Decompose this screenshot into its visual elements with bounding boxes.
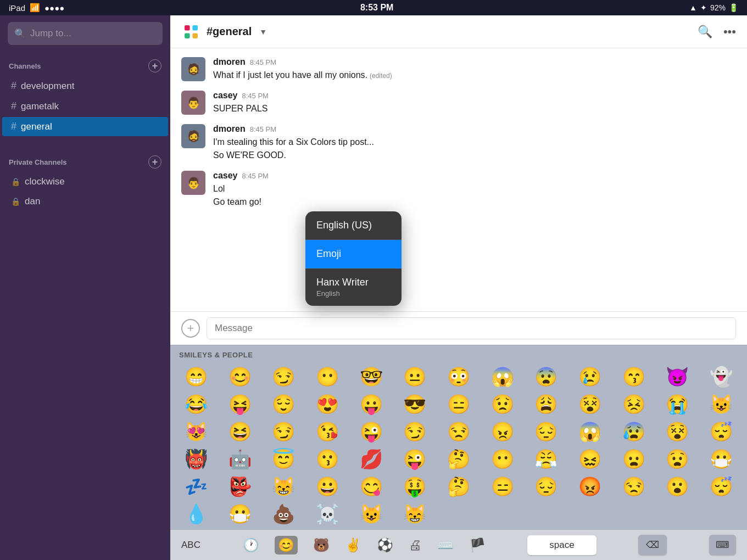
emoji-cell[interactable]: 😦 (612, 446, 655, 472)
emoji-cell[interactable]: 😐 (393, 363, 436, 390)
emoji-cell[interactable]: 😂 (175, 391, 218, 417)
emoji-cell[interactable]: 😌 (262, 391, 305, 417)
keyboard-switch-button[interactable]: ⌨ (709, 535, 736, 555)
emoji-cell[interactable]: 🤓 (350, 363, 393, 390)
sidebar-item-general[interactable]: # general (2, 117, 168, 136)
more-options-button[interactable]: ••• (723, 25, 736, 39)
emoji-cell[interactable]: 😜 (393, 446, 436, 472)
emoji-cell[interactable]: 😶 (306, 363, 349, 390)
emoji-section-label: SMILEYS & PEOPLE (170, 345, 747, 361)
emoji-cell[interactable]: 😷 (219, 501, 261, 527)
emoji-cell[interactable]: 😣 (612, 391, 655, 417)
recent-icon[interactable]: 🕐 (243, 537, 259, 553)
objects-icon[interactable]: 🖨 (409, 537, 422, 553)
emoji-cell[interactable]: 😠 (481, 418, 524, 445)
emoji-cell[interactable]: 😒 (612, 473, 655, 500)
emoji-cell[interactable]: 😇 (262, 446, 305, 472)
emoji-cell[interactable]: 😍 (306, 391, 349, 417)
emoji-cell[interactable]: 😈 (656, 363, 699, 390)
emoji-cell[interactable]: 👹 (175, 446, 218, 472)
emoji-cell[interactable]: 😋 (350, 473, 393, 500)
emoji-cell[interactable]: 😶 (481, 446, 524, 472)
emoji-cell[interactable]: ☠️ (306, 501, 349, 527)
emoji-cell[interactable]: 😢 (568, 363, 611, 390)
emoji-cell[interactable]: 😧 (656, 446, 699, 472)
emoji-cell[interactable]: 😘 (306, 418, 349, 445)
emoji-cell[interactable]: 💧 (175, 501, 218, 527)
people-icon[interactable]: ✌️ (345, 537, 361, 553)
emoji-cell[interactable]: 😤 (525, 446, 568, 472)
sports-icon[interactable]: ⚽ (377, 537, 393, 553)
channel-dropdown-arrow[interactable]: ▼ (259, 27, 267, 36)
emoji-cell[interactable]: 😔 (525, 473, 568, 500)
delete-button[interactable]: ⌫ (638, 535, 667, 555)
emoji-cell[interactable]: 😒 (437, 418, 480, 445)
emoji-cell[interactable]: 😺 (700, 391, 743, 417)
emoji-cell[interactable]: 😊 (219, 363, 261, 390)
emoji-cell[interactable]: 😗 (306, 446, 349, 472)
emoji-cell[interactable]: 💋 (350, 446, 393, 472)
abc-label[interactable]: ABC (181, 540, 200, 551)
sidebar-item-development[interactable]: # development (2, 76, 168, 96)
sidebar-item-gametalk[interactable]: # gametalk (2, 97, 168, 116)
emoji-cell[interactable]: 👻 (700, 363, 743, 390)
emoji-cell[interactable]: 😸 (262, 473, 305, 500)
emoji-cell[interactable]: 😳 (437, 363, 480, 390)
sidebar-item-dan[interactable]: 🔒 dan (2, 192, 168, 211)
emoji-cell[interactable]: 💤 (175, 473, 218, 500)
jump-to-search[interactable]: 🔍 Jump to... (8, 22, 163, 45)
sidebar-item-clockwise[interactable]: 🔒 clockwise (2, 172, 168, 191)
emoji-cell[interactable]: 😎 (393, 391, 436, 417)
emoji-cell[interactable]: 😭 (656, 391, 699, 417)
bear-icon[interactable]: 🐻 (313, 537, 330, 553)
add-channel-button[interactable]: + (148, 59, 161, 72)
emoji-cell[interactable]: 🤔 (437, 473, 480, 500)
emoji-cell[interactable]: 😛 (350, 391, 393, 417)
emoji-cell[interactable]: 😩 (525, 391, 568, 417)
emoji-cell[interactable]: 😑 (437, 391, 480, 417)
message-add-button[interactable]: + (181, 319, 200, 338)
emoji-cell[interactable]: 🤖 (219, 446, 261, 472)
emoji-cell[interactable]: 😆 (219, 418, 261, 445)
language-option-emoji[interactable]: Emoji (305, 240, 402, 268)
emoji-cell[interactable]: 😷 (700, 446, 743, 472)
flag-icon[interactable]: 🏴 (469, 537, 486, 553)
emoji-cell[interactable]: 😀 (306, 473, 349, 500)
emoji-cell[interactable]: 😱 (568, 418, 611, 445)
emoji-cell[interactable]: 😔 (525, 418, 568, 445)
emoji-cell[interactable]: 😸 (393, 501, 436, 527)
emoji-cell[interactable]: 😻 (175, 418, 218, 445)
emoji-cell[interactable]: 💩 (262, 501, 305, 527)
search-button[interactable]: 🔍 (698, 25, 712, 39)
emoji-cell[interactable]: 😟 (481, 391, 524, 417)
language-option-english[interactable]: English (US) (305, 211, 402, 240)
emoji-cell[interactable]: 😮 (656, 473, 699, 500)
emoji-cell[interactable]: 😝 (219, 391, 261, 417)
message-input[interactable] (207, 317, 736, 339)
emoji-cell[interactable]: 😴 (700, 473, 743, 500)
emoji-cell[interactable]: 😨 (525, 363, 568, 390)
emoji-cell[interactable]: 😏 (262, 418, 305, 445)
emoji-cell[interactable]: 😴 (700, 418, 743, 445)
emoji-cell[interactable]: 😙 (612, 363, 655, 390)
emoji-cell[interactable]: 😏 (393, 418, 436, 445)
emoji-cell[interactable]: 😵 (656, 418, 699, 445)
language-option-hanx[interactable]: Hanx Writer English (305, 268, 402, 306)
emoji-cell[interactable]: 😰 (612, 418, 655, 445)
emoji-cell[interactable]: 🤔 (437, 446, 480, 472)
emoji-cell[interactable]: 😑 (481, 473, 524, 500)
emoji-cell[interactable]: 😺 (350, 501, 393, 527)
emoji-cell[interactable]: 😡 (568, 473, 611, 500)
emoji-icon[interactable]: 😊 (275, 536, 298, 555)
emoji-cell[interactable]: 👺 (219, 473, 261, 500)
symbols-icon[interactable]: ⌨️ (437, 537, 454, 553)
emoji-cell[interactable]: 😱 (481, 363, 524, 390)
emoji-cell[interactable]: 😏 (262, 363, 305, 390)
emoji-cell[interactable]: 😜 (350, 418, 393, 445)
emoji-cell[interactable]: 😵 (568, 391, 611, 417)
space-button[interactable]: space (527, 535, 596, 555)
emoji-cell[interactable]: 😖 (568, 446, 611, 472)
emoji-cell[interactable]: 😁 (175, 363, 218, 390)
emoji-cell[interactable]: 🤑 (393, 473, 436, 500)
add-private-channel-button[interactable]: + (148, 155, 161, 169)
